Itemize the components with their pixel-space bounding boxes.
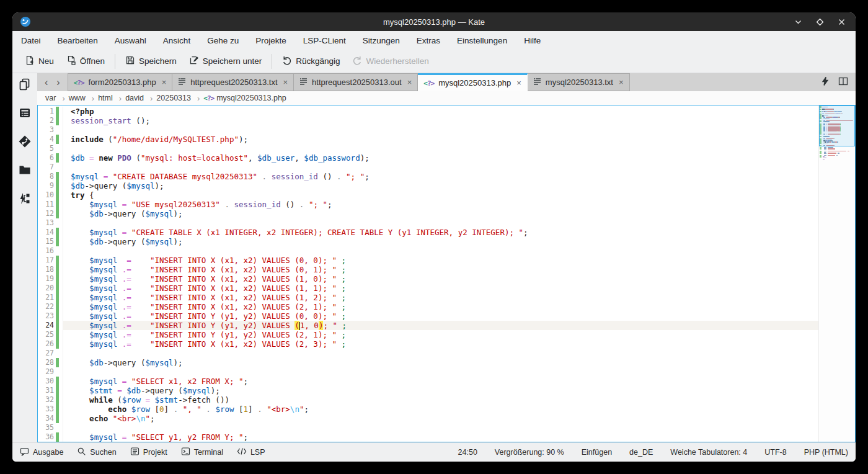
menu-item[interactable]: Projekte <box>255 36 286 45</box>
statusbar-toolview-icon <box>20 447 29 458</box>
menu-item[interactable]: LSP-CLient <box>303 36 346 45</box>
minimap-scrollbar[interactable] <box>818 105 855 442</box>
menu-item[interactable]: Einstellungen <box>457 36 507 45</box>
breadcrumb-segment[interactable]: var <box>43 94 67 103</box>
menu-item[interactable]: Ansicht <box>163 36 190 45</box>
statusbar-toolview-icon <box>237 447 247 457</box>
file-type-icon <box>299 78 308 87</box>
git-icon[interactable] <box>17 134 33 149</box>
toolbar-button-icon <box>282 55 292 67</box>
toolbar-button[interactable]: Öffnen <box>60 52 111 70</box>
tab-close-icon[interactable]: × <box>515 78 521 87</box>
code-lines[interactable]: 1<?php2session_start ();34include ("/hom… <box>38 105 818 442</box>
tab-label: mysql20250313.php <box>438 78 511 87</box>
toolbar: Neu Öffnen Speichern Speichern unter Rüc… <box>12 50 856 73</box>
toolbar-button[interactable]: Rückgängig <box>276 52 346 70</box>
tab-label: mysql20250313.txt <box>546 78 613 87</box>
file-type-icon: <?> <box>423 78 434 87</box>
statusbar-field[interactable]: PHP (HTML) <box>804 448 848 457</box>
statusbar-field[interactable]: Einfügen <box>582 448 612 457</box>
code-line: 6$db = new PDO ("mysql: host=localhost",… <box>38 153 818 163</box>
code-line: 21 $mysql .= "INSERT INTO X (x1, x2) VAL… <box>38 293 818 302</box>
statusbar-field[interactable]: UTF-8 <box>764 448 786 457</box>
code-line: 35 <box>38 423 818 432</box>
breadcrumb-segment[interactable]: html <box>96 94 123 103</box>
text-file-icon <box>178 78 186 87</box>
toolbar-button-label: Wiederherstellen <box>366 56 428 66</box>
text-file-icon <box>533 78 541 87</box>
code-line: 24 $mysql .= "INSERT INTO Y (y1, y2) VAL… <box>38 321 818 330</box>
toolbar-button-label: Rückgängig <box>296 56 340 66</box>
code-line: 14 $mysql = "CREATE TABLE X (x1 INTEGER,… <box>38 228 818 237</box>
code-line: 7 <box>38 163 818 172</box>
statusbar-toolview-button[interactable]: Ausgabe <box>20 447 63 458</box>
php-file-icon: <?> <box>423 79 434 87</box>
tab-close-icon[interactable]: × <box>406 78 412 87</box>
menu-item[interactable]: Hilfe <box>524 36 541 45</box>
toolbar-button-label: Speichern <box>139 56 177 66</box>
code-line: 22 $mysql .= "INSERT INTO X (x1, x2) VAL… <box>38 302 818 311</box>
tab[interactable]: httprequest20250313.txt × <box>172 73 294 91</box>
statusbar-toolview-button[interactable]: Projekt <box>130 447 167 458</box>
back-icon[interactable]: ‹ <box>45 78 48 87</box>
tab[interactable]: httprequest20250313.out × <box>294 73 418 91</box>
toolbar-button[interactable]: Speichern <box>119 52 183 70</box>
menu-item[interactable]: Extras <box>417 36 440 45</box>
close-icon[interactable] <box>837 17 846 26</box>
statusbar-toolview-button[interactable]: Terminal <box>181 447 223 458</box>
code-line: 13 <box>38 218 818 228</box>
menu-item[interactable]: Bearbeiten <box>58 36 98 45</box>
file-type-icon <box>178 78 186 87</box>
code-line: 5 <box>38 144 818 153</box>
toolbar-button[interactable]: Neu <box>19 52 60 70</box>
code-line: 18 $mysql .= "INSERT INTO X (x1, x2) VAL… <box>38 265 818 274</box>
tab-close-icon[interactable]: × <box>161 78 167 87</box>
toolbar-button-label: Öffnen <box>80 56 105 66</box>
filesystem-folder-icon[interactable] <box>17 163 33 177</box>
tab-close-icon[interactable]: × <box>282 78 288 87</box>
tab[interactable]: <?> mysql20250313.php × <box>418 73 528 91</box>
toolbar-button[interactable]: Speichern unter <box>183 52 268 70</box>
statusbar-toolview-button[interactable]: LSP <box>237 447 265 458</box>
breadcrumb-segment[interactable]: 20250313 <box>154 94 202 103</box>
menubar: DateiBearbeitenAuswahlAnsichtGehe zuProj… <box>12 31 856 50</box>
code-line: 28 $db->query ($mysql); <box>38 358 818 367</box>
tab[interactable]: <?> form20250313.php × <box>68 73 173 91</box>
statusbar-field[interactable]: Weiche Tabulatoren: 4 <box>670 448 747 457</box>
file-type-icon: <?> <box>74 78 84 87</box>
statusbar-toolview-button[interactable]: Suchen <box>77 447 116 458</box>
documents-icon[interactable] <box>17 77 33 92</box>
toolbar-button-icon <box>125 55 135 67</box>
project-panel-icon[interactable] <box>17 105 33 120</box>
tabbar: ‹ › <?> form20250313.php × http <box>37 73 856 91</box>
toolbar-button[interactable]: Wiederherstellen <box>346 52 435 70</box>
php-file-icon: <?> <box>74 79 84 87</box>
php-file-icon: <?> <box>203 94 214 102</box>
forward-icon[interactable]: › <box>56 78 60 87</box>
statusbar-toolview-icon <box>181 447 190 458</box>
statusbar-field[interactable]: 24:50 <box>458 448 477 457</box>
statusbar: Ausgabe Suchen Projekt Terminal <box>12 442 856 462</box>
statusbar-field[interactable]: de_DE <box>629 448 653 457</box>
lsp-symbols-icon[interactable] <box>17 191 33 206</box>
split-view-icon[interactable] <box>838 77 848 88</box>
code-line: 27 <box>38 349 818 358</box>
maximize-icon[interactable] <box>815 17 824 26</box>
breadcrumb-segment[interactable]: david <box>123 94 154 103</box>
menu-item[interactable]: Sitzungen <box>363 36 400 45</box>
titlebar[interactable]: mysql20250313.php — Kate <box>12 12 856 31</box>
menu-item[interactable]: Auswahl <box>115 36 146 45</box>
code-line: 10try { <box>38 190 818 200</box>
breadcrumb-segment[interactable]: www <box>67 94 96 103</box>
menu-item[interactable]: Datei <box>21 36 41 45</box>
tab[interactable]: mysql20250313.txt × <box>528 73 630 91</box>
minimize-icon[interactable] <box>794 17 802 26</box>
toolbar-button-icon <box>189 55 199 67</box>
pin-tab-icon[interactable] <box>821 77 830 88</box>
breadcrumb-segment[interactable]: <?> mysql20250313.php <box>202 94 288 102</box>
menu-item[interactable]: Gehe zu <box>207 36 239 45</box>
code-line: 36 $mysql = "SELECT y1, y2 FROM Y; "; <box>38 432 818 442</box>
tab-close-icon[interactable]: × <box>618 78 624 87</box>
statusbar-field[interactable]: Vergrößerung: 90 % <box>495 448 564 457</box>
minimap-viewport[interactable] <box>819 105 855 146</box>
